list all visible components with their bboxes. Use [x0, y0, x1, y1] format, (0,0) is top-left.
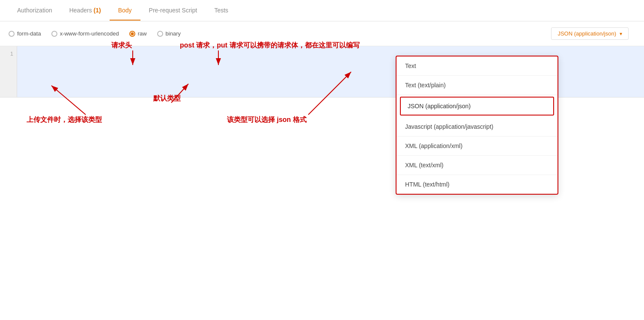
- radio-raw[interactable]: raw: [129, 30, 147, 37]
- radio-circle-raw: [129, 31, 135, 37]
- line-number-1: 1: [10, 50, 13, 57]
- menu-item-text[interactable]: Text: [397, 56, 558, 76]
- dropdown-button-label: JSON (application/json): [558, 30, 616, 37]
- radio-binary[interactable]: binary: [157, 30, 181, 37]
- annotation-upload-file-type: 上传文件时，选择该类型: [27, 116, 102, 124]
- menu-item-xml-app[interactable]: XML (application/xml): [397, 136, 558, 156]
- chevron-down-icon: ▾: [620, 31, 622, 37]
- radio-label-raw: raw: [138, 30, 147, 37]
- format-dropdown-button[interactable]: JSON (application/json) ▾: [551, 27, 629, 40]
- tab-pre-request-script[interactable]: Pre-request Script: [140, 1, 206, 21]
- main-container: Authorization Headers (1) Body Pre-reque…: [0, 0, 644, 320]
- radio-circle-x-www: [51, 31, 57, 37]
- menu-item-xml-text[interactable]: XML (text/xml): [397, 156, 558, 175]
- radio-row: form-data x-www-form-urlencoded raw bina…: [0, 21, 644, 46]
- radio-label-binary: binary: [166, 30, 181, 37]
- radio-circle-binary: [157, 31, 163, 37]
- tab-tests[interactable]: Tests: [206, 1, 237, 21]
- menu-item-html[interactable]: HTML (text/html): [397, 175, 558, 194]
- dropdown-menu: Text Text (text/plain) JSON (application…: [396, 56, 558, 195]
- radio-x-www[interactable]: x-www-form-urlencoded: [51, 30, 119, 37]
- radio-form-data[interactable]: form-data: [9, 30, 41, 37]
- annotation-json-format: 该类型可以选择 json 格式: [227, 116, 307, 124]
- headers-badge: (1): [94, 7, 101, 14]
- tab-body[interactable]: Body: [110, 1, 140, 21]
- menu-item-text-plain[interactable]: Text (text/plain): [397, 76, 558, 95]
- tab-authorization[interactable]: Authorization: [9, 1, 61, 21]
- line-numbers: 1: [0, 46, 17, 97]
- radio-label-x-www: x-www-form-urlencoded: [60, 30, 119, 37]
- tab-headers[interactable]: Headers (1): [61, 1, 110, 21]
- menu-item-javascript[interactable]: Javascript (application/javascript): [397, 117, 558, 136]
- menu-item-json-app[interactable]: JSON (application/json): [400, 97, 554, 116]
- tab-bar: Authorization Headers (1) Body Pre-reque…: [0, 0, 644, 21]
- radio-label-form-data: form-data: [17, 30, 41, 37]
- radio-circle-form-data: [9, 31, 15, 37]
